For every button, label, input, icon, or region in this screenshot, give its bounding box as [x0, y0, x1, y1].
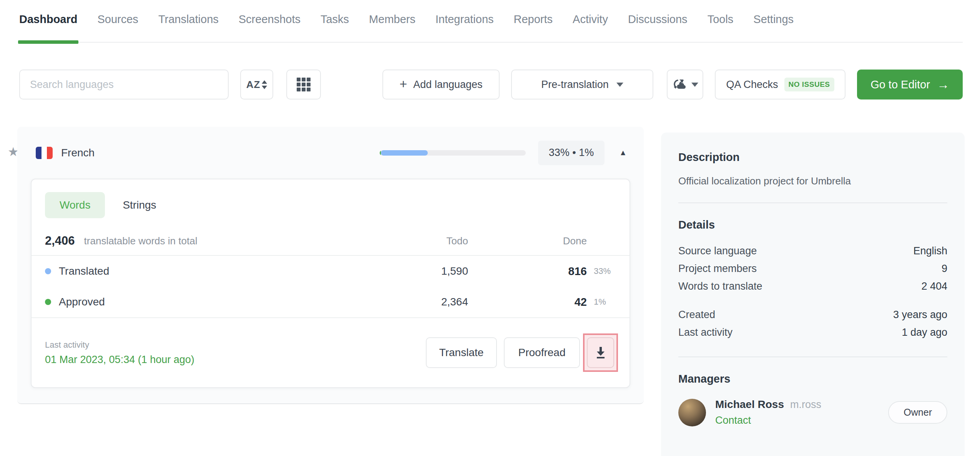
detail-value: 3 years ago [893, 306, 947, 323]
pre-translation-dropdown[interactable]: Pre-translation [511, 70, 653, 99]
progress-percent-badge: 33% • 1% [538, 141, 605, 165]
tab-activity[interactable]: Activity [573, 13, 608, 42]
manager-username: m.ross [790, 399, 821, 411]
add-languages-label: Add languages [413, 79, 482, 91]
tab-dashboard[interactable]: Dashboard [19, 13, 77, 42]
detail-value: 2 404 [921, 277, 947, 295]
detail-label: Project members [678, 260, 757, 277]
sort-az-icon: AZ [246, 79, 261, 91]
grid-view-button[interactable] [286, 70, 321, 99]
column-header-done: Done [468, 235, 587, 247]
chevron-down-icon [616, 83, 623, 87]
detail-label: Words to translate [678, 277, 762, 295]
detail-words-to-translate: Words to translate 2 404 [678, 277, 947, 295]
total-words-value: 2,406 [45, 234, 75, 248]
detail-label: Last activity [678, 323, 733, 341]
proofread-button[interactable]: Proofread [504, 337, 580, 368]
total-words-label: translatable words in total [84, 235, 353, 247]
tab-tools[interactable]: Tools [708, 13, 734, 42]
arrow-right-icon: → [937, 78, 949, 91]
download-button-highlight [583, 333, 618, 372]
details-title: Details [678, 219, 947, 231]
go-to-editor-button[interactable]: Go to Editor → [857, 70, 963, 99]
search-languages-field[interactable] [19, 70, 229, 99]
tab-screenshots[interactable]: Screenshots [239, 13, 301, 42]
go-to-editor-label: Go to Editor [870, 78, 930, 91]
tab-translations[interactable]: Translations [158, 13, 219, 42]
grid-view-icon [297, 78, 311, 91]
detail-value: 1 day ago [902, 323, 947, 341]
row-label: Translated [59, 265, 353, 277]
top-nav: Dashboard Sources Translations Screensho… [19, 0, 963, 43]
description-body: Official localization project for Umbrel… [678, 175, 947, 187]
translated-todo-value: 1,590 [353, 265, 468, 277]
tab-reports[interactable]: Reports [514, 13, 553, 42]
tab-words[interactable]: Words [45, 192, 105, 218]
sync-cloud-icon [672, 78, 687, 91]
row-label: Approved [59, 296, 353, 308]
approved-done-value: 42 [468, 296, 587, 308]
description-title: Description [678, 151, 947, 164]
divider [678, 202, 947, 203]
detail-created: Created 3 years ago [678, 306, 947, 323]
progress-fill-translated [381, 150, 428, 156]
download-button[interactable] [587, 337, 614, 368]
project-side-panel: Description Official localization projec… [661, 133, 965, 456]
stats-header-row: 2,406 translatable words in total Todo D… [32, 227, 630, 256]
last-activity-label: Last activity [45, 340, 194, 350]
contact-link[interactable]: Contact [715, 415, 821, 426]
language-card-french: French 33% • 1% ▲ Words Strings 2,406 tr… [17, 127, 644, 404]
sort-arrows-icon [262, 80, 267, 89]
toolbar: AZ + Add languages Pre-translation Q [19, 70, 963, 99]
language-header[interactable]: French 33% • 1% ▲ [17, 127, 644, 179]
plus-icon: + [399, 77, 407, 90]
sort-button[interactable]: AZ [240, 70, 273, 99]
divider [678, 357, 947, 357]
language-name: French [61, 147, 95, 159]
tab-discussions[interactable]: Discussions [628, 13, 688, 42]
language-stats-card: Words Strings 2,406 translatable words i… [31, 179, 630, 388]
units-tabs: Words Strings [32, 179, 630, 227]
managers-title: Managers [678, 373, 947, 385]
avatar [678, 399, 706, 426]
manager-info: Michael Ross m.ross Contact [715, 398, 821, 426]
table-row-translated: Translated 1,590 816 33% [32, 256, 630, 287]
detail-label: Source language [678, 242, 757, 260]
download-icon [595, 346, 607, 360]
approved-percent: 1% [587, 297, 616, 307]
search-input[interactable] [20, 79, 228, 91]
pre-translation-label: Pre-translation [541, 79, 609, 91]
translation-progress-bar [380, 150, 526, 156]
translated-dot-icon [45, 268, 51, 274]
tab-tasks[interactable]: Tasks [321, 13, 349, 42]
translate-button[interactable]: Translate [426, 337, 497, 368]
detail-label: Created [678, 306, 715, 323]
card-footer: Last activity 01 Mar 2023, 05:34 (1 hour… [32, 317, 630, 387]
collapse-chevron-icon[interactable]: ▲ [619, 148, 627, 157]
tab-sources[interactable]: Sources [97, 13, 138, 42]
tab-strings[interactable]: Strings [123, 192, 156, 218]
tab-settings[interactable]: Settings [753, 13, 794, 42]
translated-done-value: 816 [468, 265, 587, 278]
approved-todo-value: 2,364 [353, 296, 468, 308]
detail-project-members: Project members 9 [678, 260, 947, 277]
french-flag-icon [36, 147, 53, 159]
manager-row: Michael Ross m.ross Contact Owner [678, 398, 947, 426]
owner-badge: Owner [888, 401, 947, 424]
last-activity-link[interactable]: 01 Mar 2023, 05:34 (1 hour ago) [45, 354, 194, 366]
detail-value: English [913, 242, 947, 260]
table-row-approved: Approved 2,364 42 1% [32, 287, 630, 317]
machine-translation-dropdown[interactable] [667, 70, 703, 99]
detail-source-language: Source language English [678, 242, 947, 260]
chevron-down-icon [691, 83, 698, 87]
qa-checks-label: QA Checks [726, 79, 778, 91]
manager-name: Michael Ross [715, 398, 784, 411]
add-languages-button[interactable]: + Add languages [382, 70, 500, 99]
tab-integrations[interactable]: Integrations [435, 13, 494, 42]
qa-checks-button[interactable]: QA Checks NO ISSUES [715, 70, 845, 99]
last-activity-block: Last activity 01 Mar 2023, 05:34 (1 hour… [45, 340, 194, 366]
column-header-todo: Todo [353, 235, 468, 247]
details-list: Source language English Project members … [678, 242, 947, 341]
tab-members[interactable]: Members [369, 13, 415, 42]
detail-last-activity: Last activity 1 day ago [678, 323, 947, 341]
